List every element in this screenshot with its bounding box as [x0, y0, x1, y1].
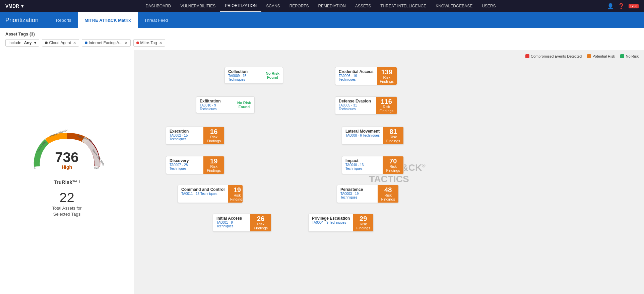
- tactic-badge-label-impact: RiskFindings: [386, 164, 400, 172]
- tactic-name-defense-evasion: Defense Evasion: [339, 99, 373, 103]
- tactic-name-privilege-escalation: Privilege Escalation: [312, 216, 350, 221]
- nav-knowledgebase[interactable]: KNOWLEDGEBASE: [431, 0, 477, 12]
- include-selector[interactable]: Include Any ▾: [5, 39, 39, 47]
- tactic-badge-discovery: 19 RiskFindings: [203, 156, 224, 174]
- nav-prioritization[interactable]: PRIORITIZATION: [220, 0, 261, 12]
- tactic-badge-label-initial-access: RiskFindings: [254, 222, 268, 230]
- tactic-info-credential-access: Credential Access TA0006 - 16 Techniques: [335, 67, 377, 85]
- tactic-card-exfiltration[interactable]: Exfiltration TA0010 - 9 Techniques No Ri…: [196, 96, 255, 113]
- tactic-card-lateral-movement[interactable]: Lateral Movement TA0008 - 6 Techniques 8…: [342, 127, 404, 145]
- legend-dot-potential: [587, 54, 591, 58]
- tactic-card-execution[interactable]: Execution TA0002 - 15 Techniques 16 Risk…: [166, 127, 224, 145]
- tactic-name-command-control: Command and Control: [181, 187, 224, 192]
- tab-mitre[interactable]: MITRE ATT&CK Matrix: [78, 12, 138, 28]
- tactic-id-privilege-escalation: TA0004 - 9 Techniques: [312, 221, 350, 224]
- user-icon[interactable]: 👤: [607, 3, 614, 9]
- tactic-id-persistence: TA0003 - 19 Techniques: [340, 192, 374, 199]
- page-title: Prioritization: [5, 17, 39, 24]
- tactic-badge-label-credential-access: RiskFindings: [380, 75, 394, 83]
- tactic-id-execution: TA0002 - 15 Techniques: [170, 134, 200, 141]
- tags-row: Include Any ▾ Cloud Agent ✕ Internet Fac…: [5, 39, 639, 47]
- tag-remove-cloud-agent[interactable]: ✕: [73, 41, 76, 45]
- tactic-card-impact[interactable]: Impact TA0040 - 13 Techniques 70 RiskFin…: [342, 156, 404, 174]
- tactic-name-execution: Execution: [170, 129, 200, 134]
- chevron-down-icon: ▾: [34, 41, 36, 45]
- tactic-card-credential-access[interactable]: Credential Access TA0006 - 16 Techniques…: [335, 67, 397, 85]
- tag-internet-facing[interactable]: Internet Facing A... ✕: [82, 39, 131, 47]
- tactic-name-discovery: Discovery: [170, 158, 200, 163]
- nav-dashboard[interactable]: DASHBOARD: [141, 0, 176, 12]
- nav-links: DASHBOARD VULNERABILITIES PRIORITIZATION…: [34, 0, 607, 12]
- tactic-card-initial-access[interactable]: Initial Access TA0001 - 9 Techniques 26 …: [213, 214, 271, 232]
- tag-mitre-tag[interactable]: Mitre-Tag ✕: [133, 39, 165, 47]
- tag-label-mitre-tag: Mitre-Tag: [140, 41, 157, 45]
- tactic-badge-label-persistence: RiskFindings: [381, 193, 395, 201]
- tactic-info-lateral-movement: Lateral Movement TA0008 - 6 Techniques: [342, 127, 383, 144]
- tactic-badge-exfiltration: No RiskFound: [234, 97, 254, 113]
- tag-remove-internet-facing[interactable]: ✕: [125, 41, 128, 45]
- legend-no-risk: No Risk: [620, 54, 639, 58]
- nav-scans[interactable]: SCANS: [261, 0, 284, 12]
- tactic-info-discovery: Discovery TA0007 - 28 Techniques: [166, 156, 203, 174]
- nav-vulnerabilities[interactable]: VULNERABILITIES: [176, 0, 220, 12]
- tactic-badge-label-defense-evasion: RiskFindings: [379, 105, 393, 113]
- gauge-value: 736: [55, 150, 78, 164]
- nav-assets[interactable]: ASSETS: [350, 0, 376, 12]
- tactic-count-persistence: 48: [384, 187, 392, 193]
- tactic-id-lateral-movement: TA0008 - 6 Techniques: [345, 134, 380, 137]
- tag-dot-mitre-tag: [136, 42, 139, 44]
- help-icon[interactable]: ❓: [618, 3, 625, 9]
- tactic-card-command-control[interactable]: Command and Control TA0011 - 15 Techniqu…: [178, 185, 243, 203]
- info-icon[interactable]: ℹ: [79, 180, 80, 184]
- tactic-id-impact: TA0040 - 13 Techniques: [345, 163, 379, 170]
- tag-cloud-agent[interactable]: Cloud Agent ✕: [42, 39, 79, 47]
- tactic-badge-label-lateral-movement: RiskFindings: [386, 135, 400, 143]
- svg-text:0: 0: [34, 167, 36, 169]
- tactic-name-credential-access: Credential Access: [339, 69, 374, 74]
- tactic-count-privilege-escalation: 29: [360, 215, 367, 222]
- tactic-card-persistence[interactable]: Persistence TA0003 - 19 Techniques 48 Ri…: [337, 185, 399, 203]
- tactic-name-collection: Collection: [228, 69, 259, 74]
- tactic-id-defense-evasion: TA0005 - 31 Techniques: [339, 103, 373, 111]
- tactic-card-defense-evasion[interactable]: Defense Evasion TA0005 - 31 Techniques 1…: [335, 96, 397, 115]
- tactic-info-persistence: Persistence TA0003 - 19 Techniques: [337, 185, 378, 203]
- tactic-count-execution: 16: [210, 128, 217, 135]
- tactic-count-discovery: 19: [210, 158, 217, 164]
- legend-potential: Potential Risk: [587, 54, 615, 58]
- brand-vmdr[interactable]: VMDR ▾: [5, 3, 23, 9]
- nav-users[interactable]: USERS: [477, 0, 500, 12]
- nav-reports[interactable]: REPORTS: [285, 0, 314, 12]
- brand-chevron: ▾: [21, 3, 23, 9]
- include-label: Include: [8, 41, 21, 45]
- notification-badge[interactable]: 1768: [629, 4, 639, 8]
- tactic-info-command-control: Command and Control TA0011 - 15 Techniqu…: [178, 185, 228, 203]
- legend-label-potential: Potential Risk: [592, 54, 615, 58]
- tactic-badge-initial-access: 26 RiskFindings: [250, 214, 271, 231]
- tactic-count-impact: 70: [389, 158, 397, 164]
- tactic-badge-label-execution: RiskFindings: [207, 135, 221, 143]
- tag-dot-internet-facing: [85, 42, 87, 44]
- nav-threat-intelligence[interactable]: THREAT INTELLIGENCE: [376, 0, 431, 12]
- tactic-card-discovery[interactable]: Discovery TA0007 - 28 Techniques 19 Risk…: [166, 156, 224, 174]
- tactic-name-initial-access: Initial Access: [216, 216, 247, 221]
- tag-remove-mitre-tag[interactable]: ✕: [159, 41, 162, 45]
- tactic-id-discovery: TA0007 - 28 Techniques: [170, 163, 200, 170]
- tab-threat-feed[interactable]: Threat Feed: [138, 12, 175, 28]
- nav-right: 👤 ❓ 1768: [607, 3, 639, 9]
- brand-name: VMDR: [5, 3, 19, 9]
- legend-label-compromised: Compromised Events Detected: [531, 54, 582, 58]
- tactic-info-exfiltration: Exfiltration TA0010 - 9 Techniques: [196, 97, 234, 113]
- tactic-count-command-control: 19: [234, 187, 241, 193]
- nav-remediation[interactable]: REMEDIATION: [313, 0, 350, 12]
- tactic-count-credential-access: 139: [381, 69, 392, 75]
- tactic-id-command-control: TA0011 - 15 Techniques: [181, 192, 224, 196]
- tab-reports[interactable]: Reports: [49, 12, 78, 28]
- tactic-card-privilege-escalation[interactable]: Privilege Escalation TA0004 - 9 Techniqu…: [308, 214, 374, 232]
- tactic-badge-lateral-movement: 81 RiskFindings: [383, 127, 403, 144]
- tactic-card-collection[interactable]: Collection TA0009 - 15 Techniques No Ris…: [224, 67, 283, 84]
- main-content: 0 1000 Low (1-399) Medium (500-699) High…: [0, 50, 644, 294]
- tactic-info-collection: Collection TA0009 - 15 Techniques: [225, 67, 262, 83]
- legend: Compromised Events Detected Potential Ri…: [525, 54, 639, 58]
- legend-label-no-risk: No Risk: [626, 54, 639, 58]
- tactic-count-defense-evasion: 116: [381, 98, 392, 105]
